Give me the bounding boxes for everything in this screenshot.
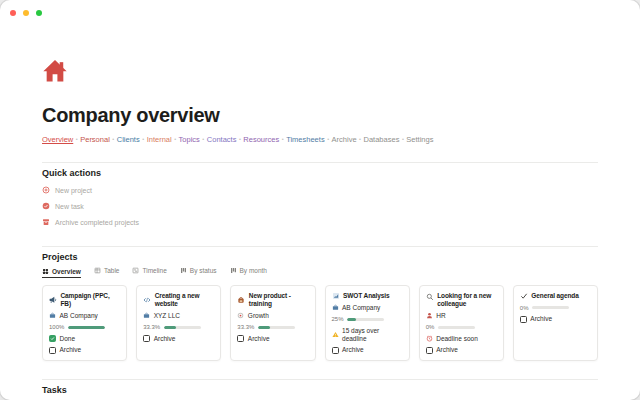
progress-fill [164,326,176,329]
minimize-button[interactable] [23,10,29,16]
progress-fill [347,318,356,321]
archive-label: Archive [248,335,270,343]
project-title: SWOT Analysis [343,292,390,300]
nav-separator: • [142,136,144,142]
status-label: Deadline soon [436,335,478,343]
nav-separator: • [359,136,361,142]
tab-by-status-label: By status [190,267,217,274]
tab-timeline[interactable]: Timeline [132,267,166,278]
archive-completed-label: Archive completed projects [55,219,139,226]
warning-icon [332,331,339,338]
archive-checkbox[interactable] [143,335,150,342]
progress-label: 0% [520,304,529,312]
progress-bar [68,326,105,329]
board-icon [230,267,237,274]
new-task-button[interactable]: New task [42,202,598,210]
nav-separator: • [112,136,114,142]
archive-checkbox[interactable] [237,335,244,342]
person-icon [426,312,433,319]
project-card-campaign[interactable]: Campaign (PPC, FB) AB Company 100% [42,285,127,361]
nav-link-topics[interactable]: Topics [179,135,200,144]
project-card-colleague[interactable]: Looking for a new colleague HR 0% [419,285,504,361]
nav-separator: • [402,136,404,142]
project-title: New product - training [249,292,309,308]
done-checkbox[interactable] [49,335,56,342]
project-card-swot[interactable]: SWOT Analysis AB Company 25% [325,285,410,361]
alarm-clock-icon [426,335,433,342]
new-project-label: New project [55,187,92,194]
project-org: HR [436,312,445,320]
project-org: AB Company [60,312,98,320]
target-icon [237,312,244,319]
zoom-button[interactable] [36,10,42,16]
archive-checkbox[interactable] [426,347,433,354]
project-org: Growth [248,312,269,320]
close-button[interactable] [10,10,16,16]
projects-section: Projects Overview Table [42,246,598,361]
status-label: 15 days over deadline [342,327,403,343]
nav-link-archive[interactable]: Archive [332,135,357,144]
tab-overview[interactable]: Overview [42,268,81,279]
nav-link-personal[interactable]: Personal [80,135,110,144]
tab-by-status[interactable]: By status [180,267,217,278]
project-card-training[interactable]: New product - training Growth 33.3% [230,285,315,361]
nav-link-settings[interactable]: Settings [406,135,433,144]
nav-separator: • [76,136,78,142]
progress-label: 33.3% [237,323,254,331]
check-icon [520,292,528,300]
page-title: Company overview [42,104,598,127]
backpack-icon [237,296,245,304]
project-title: Looking for a new colleague [437,292,497,308]
archive-label: Archive [530,315,552,323]
app-window: Company overview Overview•Personal•Clien… [0,0,640,400]
nav-link-databases[interactable]: Databases [364,135,400,144]
page-content: Company overview Overview•Personal•Clien… [0,0,640,395]
nav-link-internal[interactable]: Internal [147,135,172,144]
nav-separator: • [239,136,241,142]
archive-label: Archive [154,335,176,343]
plus-circle-icon [42,186,50,194]
archive-checkbox[interactable] [520,316,527,323]
tasks-section: Tasks [42,379,598,395]
board-icon [180,267,187,274]
tab-table-label: Table [104,267,120,274]
nav-separator: • [327,136,329,142]
check-circle-icon [42,202,50,210]
tab-by-month[interactable]: By month [230,267,267,278]
archive-completed-button[interactable]: Archive completed projects [42,218,598,226]
project-card-website[interactable]: Creating a new website XYZ LLC 33.3% [136,285,221,361]
progress-label: 100% [49,323,64,331]
project-card-agenda[interactable]: General agenda 0% Archive [513,285,598,361]
nav-link-resources[interactable]: Resources [243,135,279,144]
chart-icon [332,292,340,300]
status-label: Done [60,335,76,343]
archive-checkbox[interactable] [332,347,339,354]
quick-actions-title: Quick actions [42,168,598,178]
archive-label: Archive [436,346,458,354]
progress-label: 33.3% [143,323,160,331]
archive-checkbox[interactable] [49,347,56,354]
megaphone-icon [49,296,57,304]
nav-separator: • [202,136,204,142]
nav-link-timesheets[interactable]: Timesheets [286,135,325,144]
breadcrumb-nav: Overview•Personal•Clients•Internal•Topic… [42,134,598,145]
tab-overview-label: Overview [52,268,81,275]
new-project-button[interactable]: New project [42,186,598,194]
nav-link-contacts[interactable]: Contacts [207,135,237,144]
table-icon [94,267,101,274]
house-icon[interactable] [42,58,598,83]
archive-box-icon [42,218,50,226]
progress-fill [68,326,105,329]
gallery-icon [42,268,49,275]
new-task-label: New task [55,203,84,210]
progress-bar [438,326,475,329]
archive-label: Archive [60,346,82,354]
tab-timeline-label: Timeline [142,267,166,274]
nav-link-overview[interactable]: Overview [42,135,73,144]
briefcase-icon [49,312,56,319]
nav-separator: • [282,136,284,142]
search-icon [426,293,434,301]
tab-table[interactable]: Table [94,267,120,278]
nav-link-clients[interactable]: Clients [117,135,140,144]
project-title: General agenda [531,292,578,300]
